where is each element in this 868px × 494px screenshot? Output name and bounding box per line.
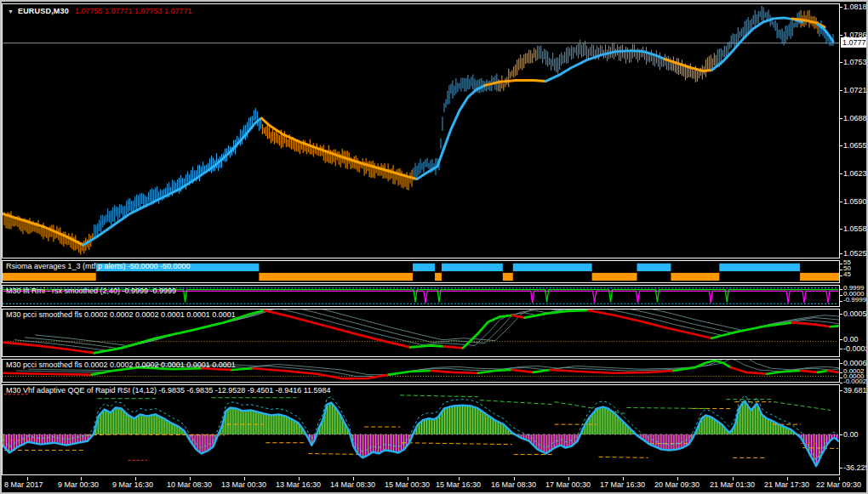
price-tick-label: 1.07210 (843, 86, 868, 94)
rsioma-label: Rsioma averages 1_3 (mtf p alerts) -50.0… (6, 262, 191, 270)
price-tick-label: 1.05580 (843, 224, 868, 233)
time-tick-label: 13 Mar 00:30 (221, 480, 266, 489)
pcci-red-segment (828, 371, 838, 372)
price-tick-label: 1.06555 (843, 141, 868, 150)
pcci-red-segment (512, 315, 525, 318)
qqe-green-dash (774, 402, 831, 411)
pcci1-pane[interactable]: M30 pcci smoothed fls 0.0002 0.0002 0.00… (2, 309, 840, 357)
qqe-axis-label: 39.6817 (843, 386, 868, 395)
time-tick-label: 16 Mar 08:30 (491, 480, 536, 489)
pcci-red-segment (801, 371, 818, 372)
qqe-pane[interactable]: M30 Vhf adaptive QQE of Rapid RSI (14,12… (2, 384, 840, 475)
pcci-red-segment (444, 346, 463, 348)
chart-dropdown-icon[interactable]: ▼ (8, 9, 14, 14)
pcci-green-segment (410, 345, 444, 347)
rsioma-down-ribbon (3, 273, 96, 281)
price-tick-label: 1.06230 (843, 169, 868, 178)
pcci-green-segment (673, 361, 731, 371)
ift-rmi-pane[interactable]: M30 Ift Rmi - rsx smoothed (2,40) -0.999… (2, 285, 840, 307)
time-tick-label: 20 Mar 09:30 (654, 480, 700, 489)
qqe-label: M30 Vhf adaptive QQE of Rapid RSI (14,12… (6, 386, 331, 395)
main-chart-canvas[interactable] (3, 4, 839, 258)
rsioma-down-ribbon (503, 273, 513, 281)
qqe-green-dash (627, 407, 708, 408)
chart-title: ▼EURUSD,M301.07755 1.07771 1.07753 1.077… (8, 7, 192, 15)
ohlc-values: 1.07755 1.07771 1.07753 1.07771 (75, 7, 192, 15)
rsioma-down-ribbon (671, 273, 719, 281)
rsioma-down-ribbon (800, 273, 839, 281)
ma-line-orange (485, 80, 546, 85)
rsioma-up-ribbon (413, 264, 435, 271)
pcci-red-segment (512, 370, 534, 372)
time-tick-label: 17 Mar 16:30 (600, 480, 645, 489)
qqe-axis-label: 0.00 (843, 430, 859, 439)
pcci2-axis-label: -0.0002 (843, 378, 866, 384)
pcci-red-segment (3, 373, 92, 375)
pcci2-pane[interactable]: M30 pcci smoothed fls 0.0002 0.0002 0.00… (2, 359, 840, 383)
time-tick-label: 9 Mar 16:30 (112, 480, 153, 489)
chart-window: ▼EURUSD,M301.07755 1.07771 1.07753 1.077… (0, 0, 868, 494)
time-tick-label: 10 Mar 08:30 (167, 480, 212, 489)
pcci-red-segment (253, 368, 389, 378)
qqe-green-dash (400, 395, 478, 397)
time-axis[interactable]: 8 Mar 20179 Mar 00:309 Mar 16:3010 Mar 0… (2, 477, 868, 494)
price-tick-label: 1.05905 (843, 197, 868, 206)
main-chart-pane[interactable]: ▼EURUSD,M301.07755 1.07771 1.07753 1.077… (2, 3, 840, 258)
pcci1-axis-label: -0.0002 (843, 344, 868, 353)
pcci-green-segment (525, 310, 589, 318)
time-tick-label: 22 Mar 09:30 (816, 480, 861, 489)
rsioma-down-ribbon (259, 273, 413, 281)
ma-line-orange (261, 118, 417, 179)
pcci-red-segment (792, 322, 831, 326)
pcci-red-segment (431, 371, 478, 373)
rsioma-up-ribbon (719, 264, 800, 271)
rsioma-up-ribbon (513, 264, 592, 271)
pcci-green-segment (389, 371, 431, 375)
rsioma-down-ribbon (435, 273, 442, 281)
pcci-green-segment (831, 326, 838, 326)
time-tick-label: 21 Mar 01:30 (710, 480, 755, 489)
time-tick-label: 13 Mar 16:30 (276, 480, 321, 489)
qqe-canvas[interactable] (3, 385, 839, 474)
price-tick-label: 1.07535 (843, 58, 868, 66)
price-axis[interactable]: 1.081851.078601.075351.072101.068801.065… (840, 2, 868, 476)
current-price-tag: 1.07771 (841, 37, 868, 48)
pcci1-axis-label: 0.0005 (843, 309, 867, 318)
rsioma-axis-label: 45 (843, 271, 851, 277)
qqe-orange-dash (599, 457, 648, 457)
pcci1-axis-label: 0.00 (843, 335, 859, 344)
time-tick-label: 21 Mar 17:30 (764, 480, 809, 489)
time-tick-label: 9 Mar 00:30 (58, 480, 99, 489)
rsioma-up-ribbon (637, 264, 671, 271)
pcci-green-segment (818, 371, 828, 372)
qqe-orange-dash (456, 444, 512, 445)
pcci1-label: M30 pcci smoothed fls 0.0002 0.0002 0.00… (6, 310, 236, 319)
pcci-red-segment (3, 343, 94, 354)
symbol-label: EURUSD,M30 (18, 7, 69, 15)
price-tick-label: 1.06880 (843, 114, 868, 122)
rsioma-up-ribbon (442, 264, 503, 271)
pcci-red-segment (551, 370, 674, 373)
time-tick-label: 15 Mar 16:30 (436, 480, 481, 489)
time-tick-label: 14 Mar 08:30 (330, 480, 375, 489)
qqe-axis-label: -36.2255 (843, 463, 868, 472)
qqe-orange-dash (308, 453, 363, 454)
qqe-green-dash (480, 400, 553, 405)
rsioma-pane[interactable]: Rsioma averages 1_3 (mtf p alerts) -50.0… (2, 260, 840, 283)
pcci2-axis-label: 0.0006 (843, 359, 867, 367)
price-tick-label: 1.08185 (843, 3, 868, 11)
ift-rmi-label: M30 Ift Rmi - rsx smoothed (2,40) -0.999… (6, 287, 176, 295)
rsioma-down-ribbon (592, 273, 637, 281)
pcci-green-segment (534, 370, 551, 372)
time-tick-label: 8 Mar 2017 (4, 480, 43, 489)
time-tick-label: 17 Mar 00:30 (545, 480, 591, 489)
pcci2-label: M30 pcci smoothed fls 0.0002 0.0002 0.00… (6, 361, 236, 369)
time-tick-label: 15 Mar 00:30 (385, 480, 430, 489)
rmi-axis-label: -0.9999 (843, 297, 866, 303)
price-tick-label: 1.05250 (843, 249, 868, 258)
pcci-green-segment (711, 322, 792, 338)
pcci-red-segment (731, 367, 767, 373)
